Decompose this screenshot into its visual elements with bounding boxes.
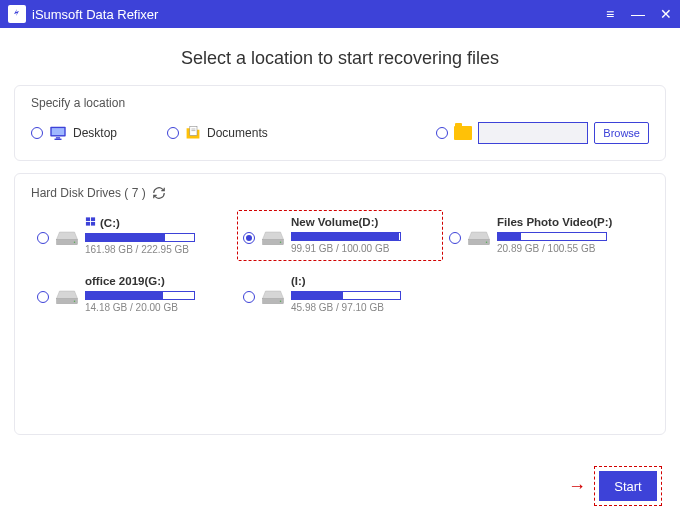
radio-desktop[interactable] — [31, 127, 43, 139]
refresh-icon[interactable] — [152, 186, 166, 200]
drive-name: (C:) — [85, 216, 231, 229]
menu-icon[interactable]: ≡ — [602, 6, 618, 22]
panel-title: Specify a location — [31, 96, 649, 110]
svg-rect-2 — [56, 137, 60, 138]
minimize-icon[interactable]: — — [630, 6, 646, 22]
drive-usage-bar — [497, 232, 607, 241]
radio-drive[interactable] — [37, 232, 49, 244]
drive-item[interactable]: (C:)161.98 GB / 222.95 GB — [31, 210, 237, 261]
start-button[interactable]: Start — [599, 471, 657, 501]
drive-item[interactable]: (I:)45.98 GB / 97.10 GB — [237, 269, 443, 319]
radio-drive[interactable] — [37, 291, 49, 303]
svg-point-14 — [280, 241, 282, 243]
close-icon[interactable]: ✕ — [658, 6, 674, 22]
hard-disk-icon — [467, 216, 491, 250]
documents-label: Documents — [207, 126, 268, 140]
specify-location-panel: Specify a location Desktop Documents Bro… — [14, 85, 666, 161]
start-highlight: Start — [594, 466, 662, 506]
drive-name: New Volume(D:) — [291, 216, 437, 228]
drive-size: 45.98 GB / 97.10 GB — [291, 302, 437, 313]
drives-title: Hard Disk Drives ( 7 ) — [31, 186, 146, 200]
svg-point-16 — [486, 241, 488, 243]
svg-rect-12 — [91, 222, 95, 226]
drive-name: Files Photo Video(P:) — [497, 216, 643, 228]
location-custom[interactable]: Browse — [436, 122, 649, 144]
drive-item[interactable]: New Volume(D:)99.91 GB / 100.00 GB — [237, 210, 443, 261]
drive-usage-bar — [85, 233, 195, 242]
svg-rect-11 — [86, 222, 90, 226]
drive-size: 20.89 GB / 100.55 GB — [497, 243, 643, 254]
svg-rect-1 — [52, 128, 65, 135]
footer: → Start — [568, 466, 662, 506]
drive-size: 161.98 GB / 222.95 GB — [85, 244, 231, 255]
svg-rect-9 — [86, 217, 90, 221]
drive-name: (I:) — [291, 275, 437, 287]
titlebar: iSumsoft Data Refixer ≡ — ✕ — [0, 0, 680, 28]
drive-name: office 2019(G:) — [85, 275, 231, 287]
radio-documents[interactable] — [167, 127, 179, 139]
path-input[interactable] — [478, 122, 588, 144]
drives-grid: (C:)161.98 GB / 222.95 GBNew Volume(D:)9… — [31, 210, 649, 319]
drive-item[interactable]: Files Photo Video(P:)20.89 GB / 100.55 G… — [443, 210, 649, 261]
app-logo-icon — [8, 5, 26, 23]
svg-rect-3 — [55, 139, 62, 140]
documents-icon — [185, 125, 201, 141]
radio-drive[interactable] — [243, 232, 255, 244]
svg-point-18 — [74, 300, 76, 302]
drive-usage-bar — [85, 291, 195, 300]
hard-disk-icon — [55, 275, 79, 309]
radio-drive[interactable] — [449, 232, 461, 244]
desktop-icon — [49, 126, 67, 140]
hard-disk-icon — [55, 216, 79, 250]
window-controls: ≡ — ✕ — [602, 0, 674, 28]
arrow-annotation-icon: → — [568, 476, 586, 497]
hard-disk-icon — [261, 216, 285, 250]
radio-custom[interactable] — [436, 127, 448, 139]
drive-size: 14.18 GB / 20.00 GB — [85, 302, 231, 313]
desktop-label: Desktop — [73, 126, 117, 140]
drives-panel: Hard Disk Drives ( 7 ) (C:)161.98 GB / 2… — [14, 173, 666, 435]
location-desktop[interactable]: Desktop — [31, 126, 117, 140]
windows-icon — [85, 216, 96, 229]
page-title: Select a location to start recovering fi… — [14, 48, 666, 69]
drive-usage-bar — [291, 291, 401, 300]
hard-disk-icon — [261, 275, 285, 309]
radio-drive[interactable] — [243, 291, 255, 303]
svg-point-20 — [280, 300, 282, 302]
folder-icon — [454, 126, 472, 140]
svg-point-8 — [74, 241, 76, 243]
svg-rect-10 — [91, 217, 95, 221]
app-title: iSumsoft Data Refixer — [32, 7, 158, 22]
drive-item[interactable]: office 2019(G:)14.18 GB / 20.00 GB — [31, 269, 237, 319]
drive-usage-bar — [291, 232, 401, 241]
drive-size: 99.91 GB / 100.00 GB — [291, 243, 437, 254]
location-documents[interactable]: Documents — [167, 125, 268, 141]
browse-button[interactable]: Browse — [594, 122, 649, 144]
svg-rect-4 — [190, 127, 197, 136]
